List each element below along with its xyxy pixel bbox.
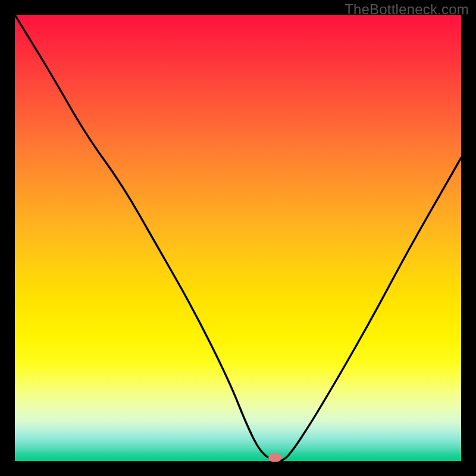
- plot-area: [15, 15, 461, 461]
- optimal-marker: [268, 453, 281, 462]
- curve-layer: [15, 15, 461, 461]
- bottleneck-curve: [15, 15, 461, 461]
- watermark-text: TheBottleneck.com: [345, 1, 469, 18]
- chart-frame: TheBottleneck.com: [0, 0, 476, 476]
